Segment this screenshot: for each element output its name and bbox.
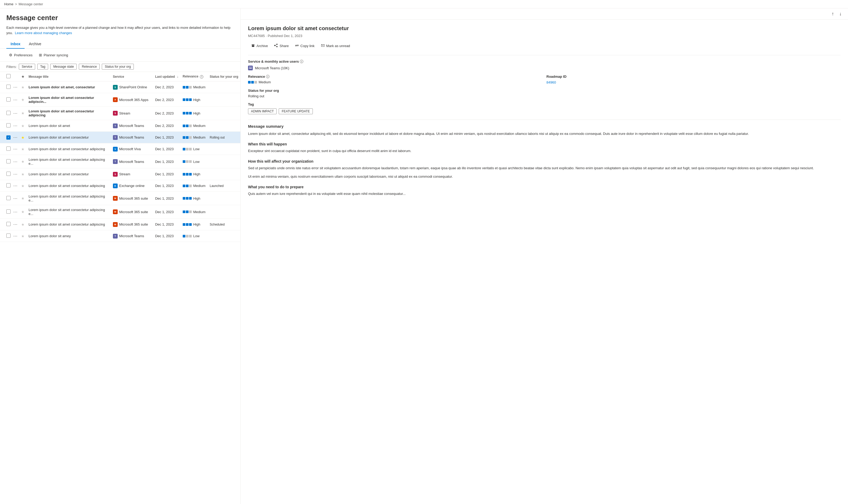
row-checkbox-cell[interactable] <box>0 230 12 242</box>
star-icon[interactable]: ★ <box>21 147 24 151</box>
row-dots-cell[interactable]: ⋯ <box>12 230 19 242</box>
row-checkbox-cell[interactable] <box>0 120 12 132</box>
row-title-cell[interactable]: Lorem ipsum dolor sit amet consectetur a… <box>26 107 111 120</box>
more-options-icon[interactable]: ⋯ <box>13 171 18 177</box>
table-row[interactable]: ⋯ ★ Lorem ipsum dolor sit amey T Microso… <box>0 230 240 242</box>
col-star[interactable]: ★ <box>19 72 26 82</box>
filter-status[interactable]: Status for your org <box>102 64 134 70</box>
learn-more-link[interactable]: Learn more about managing changes <box>15 31 72 35</box>
row-star-cell[interactable]: ★ <box>19 155 26 168</box>
row-dots-cell[interactable]: ⋯ <box>12 192 19 205</box>
row-title-cell[interactable]: Lorem ipsum dolor sit amey <box>26 230 111 242</box>
service-info-icon[interactable]: i <box>300 60 303 63</box>
row-dots-cell[interactable]: ⋯ <box>12 120 19 132</box>
planner-syncing-button[interactable]: ⊞ Planner syncing <box>36 51 71 59</box>
more-options-icon[interactable]: ⋯ <box>13 195 18 201</box>
row-checkbox[interactable]: ✓ <box>6 136 11 140</box>
row-checkbox-cell[interactable] <box>0 143 12 155</box>
table-row[interactable]: ⋯ ★ Lorem ipsum dolor sit amet, consecte… <box>0 82 240 93</box>
row-checkbox-cell[interactable] <box>0 155 12 168</box>
row-star-cell[interactable]: ★ <box>19 205 26 219</box>
row-star-cell[interactable]: ★ <box>19 93 26 107</box>
row-checkbox-cell[interactable] <box>0 219 12 230</box>
row-title-cell[interactable]: Lorem ipsum dolor sit amet consectetur <box>26 132 111 143</box>
row-checkbox[interactable] <box>6 85 11 89</box>
star-icon[interactable]: ★ <box>21 111 24 115</box>
star-icon[interactable]: ★ <box>21 172 24 176</box>
star-icon[interactable]: ★ <box>21 97 24 102</box>
row-dots-cell[interactable]: ⋯ <box>12 107 19 120</box>
star-icon[interactable]: ★ <box>21 234 24 238</box>
table-row[interactable]: ⋯ ★ Lorem ipsum dolor sit amet consectet… <box>0 155 240 168</box>
tab-inbox[interactable]: Inbox <box>6 40 24 49</box>
tag-admin-impact[interactable]: ADMIN IMPACT <box>248 108 276 114</box>
row-title-cell[interactable]: Lorem ipsum dolor sit amet consectetur a… <box>26 192 111 205</box>
row-star-cell[interactable]: ★ <box>19 143 26 155</box>
star-icon[interactable]: ★ <box>21 124 24 128</box>
filter-relevance[interactable]: Relevance <box>79 64 100 70</box>
row-checkbox-cell[interactable] <box>0 82 12 93</box>
tag-feature-update[interactable]: FEATURE UPDATE <box>279 108 312 114</box>
row-dots-cell[interactable]: ⋯ <box>12 168 19 180</box>
row-title-cell[interactable]: Lorem ipsum dolor sit amet consectetur a… <box>26 155 111 168</box>
relevance-info-icon[interactable]: i <box>200 75 203 78</box>
mark-unread-button[interactable]: Mark as unread <box>318 42 353 50</box>
filter-tag[interactable]: Tag <box>37 64 48 70</box>
row-checkbox[interactable] <box>6 146 11 151</box>
row-title-cell[interactable]: Lorem ipsum dolor sit amet consectetur a… <box>26 180 111 192</box>
row-checkbox-cell[interactable]: ✓ <box>0 132 12 143</box>
next-message-button[interactable]: ↓ <box>837 10 844 18</box>
more-options-icon[interactable]: ⋯ <box>13 146 18 152</box>
star-icon[interactable]: ★ <box>21 210 24 214</box>
row-checkbox[interactable] <box>6 183 11 187</box>
more-options-icon[interactable]: ⋯ <box>13 84 18 90</box>
table-row[interactable]: ⋯ ★ Lorem ipsum dolor sit amet consectet… <box>0 205 240 219</box>
row-star-cell[interactable]: ★ <box>19 107 26 120</box>
table-row[interactable]: ⋯ ★ Lorem ipsum dolor sit amet consectet… <box>0 93 240 107</box>
row-star-cell[interactable]: ★ <box>19 82 26 93</box>
more-options-icon[interactable]: ⋯ <box>13 233 18 239</box>
row-title-cell[interactable]: Lorem ipsum dolor sit amet consectetur a… <box>26 93 111 107</box>
star-icon[interactable]: ★ <box>21 222 24 227</box>
star-icon[interactable]: ★ <box>21 85 24 89</box>
row-star-cell[interactable]: ★ <box>19 132 26 143</box>
col-last-updated[interactable]: Last updated ↓ <box>153 72 181 82</box>
filter-message-state[interactable]: Message state <box>50 64 77 70</box>
row-checkbox-cell[interactable] <box>0 93 12 107</box>
row-star-cell[interactable]: ★ <box>19 180 26 192</box>
copy-link-button[interactable]: Copy link <box>292 42 318 50</box>
breadcrumb-home[interactable]: Home <box>4 2 14 6</box>
share-button[interactable]: Share <box>271 42 292 50</box>
row-title-cell[interactable]: Lorem ipsum dolor sit amet <box>26 120 111 132</box>
row-dots-cell[interactable]: ⋯ <box>12 180 19 192</box>
more-options-icon[interactable]: ⋯ <box>13 183 18 189</box>
archive-button[interactable]: Archive <box>248 42 271 50</box>
more-options-icon[interactable]: ⋯ <box>13 159 18 165</box>
table-row[interactable]: ⋯ ★ Lorem ipsum dolor sit amet consectet… <box>0 168 240 180</box>
table-row[interactable]: ⋯ ★ Lorem ipsum dolor sit amet consectet… <box>0 107 240 120</box>
row-dots-cell[interactable]: ⋯ <box>12 205 19 219</box>
row-title-cell[interactable]: Lorem ipsum dolor sit amet consectetur <box>26 168 111 180</box>
row-dots-cell[interactable]: ⋯ <box>12 93 19 107</box>
row-checkbox[interactable] <box>6 210 11 214</box>
row-dots-cell[interactable]: ⋯ <box>12 155 19 168</box>
col-service[interactable]: Service <box>111 72 153 82</box>
row-checkbox-cell[interactable] <box>0 168 12 180</box>
row-star-cell[interactable]: ★ <box>19 120 26 132</box>
row-star-cell[interactable]: ★ <box>19 168 26 180</box>
row-checkbox[interactable] <box>6 123 11 127</box>
table-row[interactable]: ⋯ ★ Lorem ipsum dolor sit amet T Microso… <box>0 120 240 132</box>
row-checkbox-cell[interactable] <box>0 205 12 219</box>
row-checkbox[interactable] <box>6 196 11 200</box>
row-title-cell[interactable]: Lorem ipsum dolor sit amet, consectetur <box>26 82 111 93</box>
row-dots-cell[interactable]: ⋯ <box>12 82 19 93</box>
row-checkbox[interactable] <box>6 159 11 163</box>
star-icon[interactable]: ★ <box>21 159 24 164</box>
more-options-icon[interactable]: ⋯ <box>13 209 18 215</box>
table-row[interactable]: ⋯ ★ Lorem ipsum dolor sit amet consectet… <box>0 219 240 230</box>
row-checkbox[interactable] <box>6 233 11 238</box>
preferences-button[interactable]: ⚙ Preferences <box>6 51 35 59</box>
row-title-cell[interactable]: Lorem ipsum dolor sit amet consectetur a… <box>26 219 111 230</box>
row-checkbox[interactable] <box>6 172 11 176</box>
row-checkbox[interactable] <box>6 111 11 115</box>
